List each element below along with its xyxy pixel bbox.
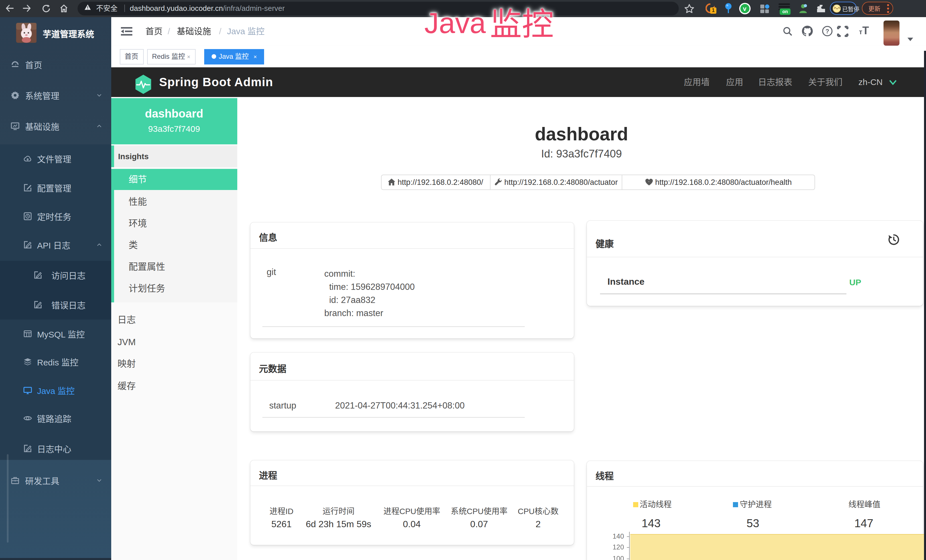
svg-text:?: ? [825, 28, 829, 35]
